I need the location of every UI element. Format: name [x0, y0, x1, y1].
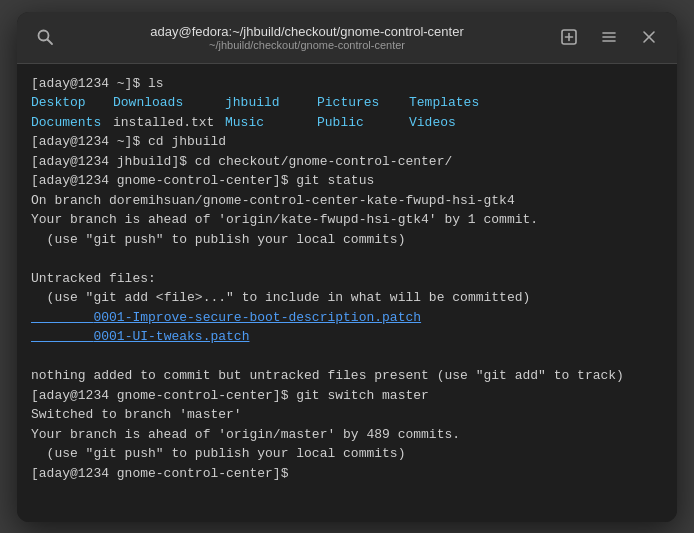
titlebar-center: aday@fedora:~/jhbuild/checkout/gnome-con… — [63, 24, 551, 51]
dir-music: Music — [225, 113, 315, 133]
terminal-line: [aday@1234 ~]$ ls — [31, 74, 663, 94]
terminal-line-push-hint2: (use "git push" to publish your local co… — [31, 444, 663, 464]
titlebar: aday@fedora:~/jhbuild/checkout/gnome-con… — [17, 12, 677, 64]
terminal-line-branch: On branch doremihsuan/gnome-control-cent… — [31, 191, 663, 211]
window-title: aday@fedora:~/jhbuild/checkout/gnome-con… — [63, 24, 551, 39]
dir-downloads: Downloads — [113, 93, 223, 113]
new-tab-button[interactable] — [551, 19, 587, 55]
titlebar-left — [27, 19, 63, 55]
terminal-blank-2 — [31, 347, 663, 367]
terminal-line-master-ahead: Your branch is ahead of 'origin/master' … — [31, 425, 663, 445]
terminal-window: aday@fedora:~/jhbuild/checkout/gnome-con… — [17, 12, 677, 522]
terminal-output[interactable]: [aday@1234 ~]$ ls Desktop Downloads jhbu… — [17, 64, 677, 522]
terminal-line-nothing: nothing added to commit but untracked fi… — [31, 366, 663, 386]
terminal-link-patch2: 0001-UI-tweaks.patch — [31, 327, 663, 347]
file-installed: installed.txt — [113, 113, 223, 133]
terminal-line-push-hint: (use "git push" to publish your local co… — [31, 230, 663, 250]
dir-public: Public — [317, 113, 407, 133]
close-button[interactable] — [631, 19, 667, 55]
dir-desktop: Desktop — [31, 93, 111, 113]
search-button[interactable] — [27, 19, 63, 55]
ls-row-1: Desktop Downloads jhbuild Pictures Templ… — [31, 93, 663, 113]
dir-templates: Templates — [409, 93, 489, 113]
terminal-link-patch1: 0001-Improve-secure-boot-description.pat… — [31, 308, 663, 328]
terminal-line-cd2: [aday@1234 jhbuild]$ cd checkout/gnome-c… — [31, 152, 663, 172]
terminal-line-add-hint: (use "git add <file>..." to include in w… — [31, 288, 663, 308]
dir-documents: Documents — [31, 113, 111, 133]
ls-row-2: Documents installed.txt Music Public Vid… — [31, 113, 663, 133]
titlebar-right — [551, 19, 667, 55]
terminal-line-prompt-final: [aday@1234 gnome-control-center]$ — [31, 464, 663, 484]
window-subtitle: ~/jhbuild/checkout/gnome-control-center — [63, 39, 551, 51]
svg-line-1 — [48, 40, 53, 45]
terminal-line-git-status: [aday@1234 gnome-control-center]$ git st… — [31, 171, 663, 191]
menu-button[interactable] — [591, 19, 627, 55]
terminal-line-switch: [aday@1234 gnome-control-center]$ git sw… — [31, 386, 663, 406]
terminal-line-switched: Switched to branch 'master' — [31, 405, 663, 425]
dir-pictures: Pictures — [317, 93, 407, 113]
terminal-line-untracked: Untracked files: — [31, 269, 663, 289]
terminal-blank-1 — [31, 249, 663, 269]
terminal-line-ahead: Your branch is ahead of 'origin/kate-fwu… — [31, 210, 663, 230]
terminal-line-cd1: [aday@1234 ~]$ cd jhbuild — [31, 132, 663, 152]
dir-jhbuild: jhbuild — [225, 93, 315, 113]
dir-videos: Videos — [409, 113, 489, 133]
